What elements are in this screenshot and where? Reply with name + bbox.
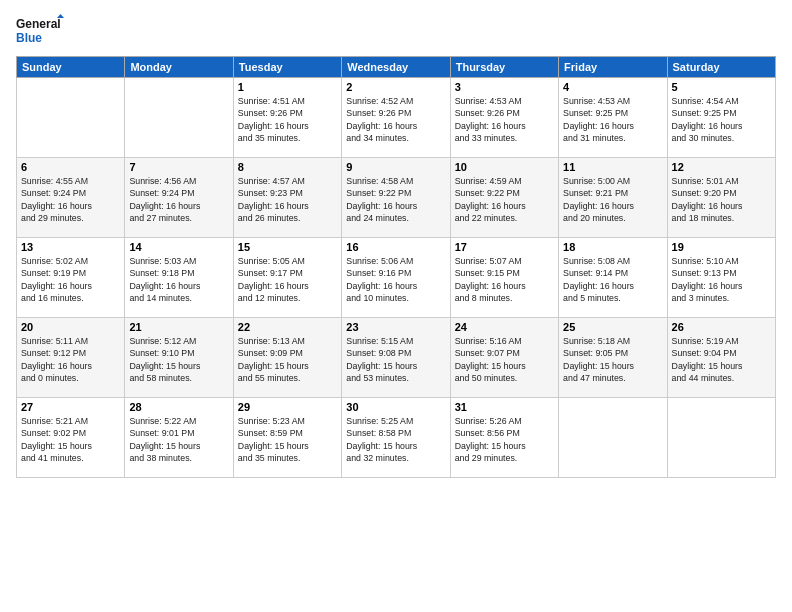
calendar-cell: 17Sunrise: 5:07 AM Sunset: 9:15 PM Dayli… bbox=[450, 238, 558, 318]
day-info: Sunrise: 4:51 AM Sunset: 9:26 PM Dayligh… bbox=[238, 95, 337, 144]
day-info: Sunrise: 4:53 AM Sunset: 9:26 PM Dayligh… bbox=[455, 95, 554, 144]
calendar-cell: 10Sunrise: 4:59 AM Sunset: 9:22 PM Dayli… bbox=[450, 158, 558, 238]
svg-text:Blue: Blue bbox=[16, 31, 42, 45]
calendar-cell: 3Sunrise: 4:53 AM Sunset: 9:26 PM Daylig… bbox=[450, 78, 558, 158]
calendar-cell: 9Sunrise: 4:58 AM Sunset: 9:22 PM Daylig… bbox=[342, 158, 450, 238]
day-number: 17 bbox=[455, 241, 554, 253]
day-number: 19 bbox=[672, 241, 771, 253]
day-number: 22 bbox=[238, 321, 337, 333]
day-info: Sunrise: 5:00 AM Sunset: 9:21 PM Dayligh… bbox=[563, 175, 662, 224]
day-info: Sunrise: 5:05 AM Sunset: 9:17 PM Dayligh… bbox=[238, 255, 337, 304]
calendar-cell: 23Sunrise: 5:15 AM Sunset: 9:08 PM Dayli… bbox=[342, 318, 450, 398]
calendar-weekday: Wednesday bbox=[342, 57, 450, 78]
calendar-weekday: Thursday bbox=[450, 57, 558, 78]
calendar-week-row: 1Sunrise: 4:51 AM Sunset: 9:26 PM Daylig… bbox=[17, 78, 776, 158]
day-number: 10 bbox=[455, 161, 554, 173]
calendar-cell: 18Sunrise: 5:08 AM Sunset: 9:14 PM Dayli… bbox=[559, 238, 667, 318]
day-number: 27 bbox=[21, 401, 120, 413]
day-number: 25 bbox=[563, 321, 662, 333]
day-info: Sunrise: 5:07 AM Sunset: 9:15 PM Dayligh… bbox=[455, 255, 554, 304]
day-number: 1 bbox=[238, 81, 337, 93]
calendar-cell: 15Sunrise: 5:05 AM Sunset: 9:17 PM Dayli… bbox=[233, 238, 341, 318]
day-info: Sunrise: 5:12 AM Sunset: 9:10 PM Dayligh… bbox=[129, 335, 228, 384]
calendar-weekday: Monday bbox=[125, 57, 233, 78]
calendar-cell: 13Sunrise: 5:02 AM Sunset: 9:19 PM Dayli… bbox=[17, 238, 125, 318]
calendar-cell: 31Sunrise: 5:26 AM Sunset: 8:56 PM Dayli… bbox=[450, 398, 558, 478]
calendar-cell: 2Sunrise: 4:52 AM Sunset: 9:26 PM Daylig… bbox=[342, 78, 450, 158]
calendar-cell: 30Sunrise: 5:25 AM Sunset: 8:58 PM Dayli… bbox=[342, 398, 450, 478]
calendar-cell: 27Sunrise: 5:21 AM Sunset: 9:02 PM Dayli… bbox=[17, 398, 125, 478]
day-info: Sunrise: 5:23 AM Sunset: 8:59 PM Dayligh… bbox=[238, 415, 337, 464]
calendar-cell bbox=[17, 78, 125, 158]
day-number: 5 bbox=[672, 81, 771, 93]
day-info: Sunrise: 4:52 AM Sunset: 9:26 PM Dayligh… bbox=[346, 95, 445, 144]
day-info: Sunrise: 5:26 AM Sunset: 8:56 PM Dayligh… bbox=[455, 415, 554, 464]
calendar-cell: 8Sunrise: 4:57 AM Sunset: 9:23 PM Daylig… bbox=[233, 158, 341, 238]
day-info: Sunrise: 5:10 AM Sunset: 9:13 PM Dayligh… bbox=[672, 255, 771, 304]
svg-text:General: General bbox=[16, 17, 61, 31]
header: General Blue bbox=[16, 12, 776, 48]
day-info: Sunrise: 5:06 AM Sunset: 9:16 PM Dayligh… bbox=[346, 255, 445, 304]
day-number: 31 bbox=[455, 401, 554, 413]
calendar-cell: 7Sunrise: 4:56 AM Sunset: 9:24 PM Daylig… bbox=[125, 158, 233, 238]
day-number: 6 bbox=[21, 161, 120, 173]
calendar-cell: 24Sunrise: 5:16 AM Sunset: 9:07 PM Dayli… bbox=[450, 318, 558, 398]
svg-marker-1 bbox=[57, 14, 64, 18]
calendar-cell: 1Sunrise: 4:51 AM Sunset: 9:26 PM Daylig… bbox=[233, 78, 341, 158]
day-info: Sunrise: 4:56 AM Sunset: 9:24 PM Dayligh… bbox=[129, 175, 228, 224]
day-number: 21 bbox=[129, 321, 228, 333]
day-number: 13 bbox=[21, 241, 120, 253]
day-info: Sunrise: 5:22 AM Sunset: 9:01 PM Dayligh… bbox=[129, 415, 228, 464]
day-info: Sunrise: 5:02 AM Sunset: 9:19 PM Dayligh… bbox=[21, 255, 120, 304]
day-info: Sunrise: 5:08 AM Sunset: 9:14 PM Dayligh… bbox=[563, 255, 662, 304]
calendar-cell: 29Sunrise: 5:23 AM Sunset: 8:59 PM Dayli… bbox=[233, 398, 341, 478]
day-number: 16 bbox=[346, 241, 445, 253]
calendar-table: SundayMondayTuesdayWednesdayThursdayFrid… bbox=[16, 56, 776, 478]
calendar-week-row: 20Sunrise: 5:11 AM Sunset: 9:12 PM Dayli… bbox=[17, 318, 776, 398]
logo: General Blue bbox=[16, 12, 66, 48]
calendar-cell: 20Sunrise: 5:11 AM Sunset: 9:12 PM Dayli… bbox=[17, 318, 125, 398]
calendar-cell: 22Sunrise: 5:13 AM Sunset: 9:09 PM Dayli… bbox=[233, 318, 341, 398]
day-number: 24 bbox=[455, 321, 554, 333]
day-info: Sunrise: 5:13 AM Sunset: 9:09 PM Dayligh… bbox=[238, 335, 337, 384]
day-info: Sunrise: 5:03 AM Sunset: 9:18 PM Dayligh… bbox=[129, 255, 228, 304]
calendar-header-row: SundayMondayTuesdayWednesdayThursdayFrid… bbox=[17, 57, 776, 78]
day-number: 12 bbox=[672, 161, 771, 173]
day-info: Sunrise: 4:57 AM Sunset: 9:23 PM Dayligh… bbox=[238, 175, 337, 224]
calendar-weekday: Tuesday bbox=[233, 57, 341, 78]
day-info: Sunrise: 5:21 AM Sunset: 9:02 PM Dayligh… bbox=[21, 415, 120, 464]
calendar-cell: 11Sunrise: 5:00 AM Sunset: 9:21 PM Dayli… bbox=[559, 158, 667, 238]
calendar-cell: 6Sunrise: 4:55 AM Sunset: 9:24 PM Daylig… bbox=[17, 158, 125, 238]
calendar-cell: 19Sunrise: 5:10 AM Sunset: 9:13 PM Dayli… bbox=[667, 238, 775, 318]
calendar-cell bbox=[667, 398, 775, 478]
day-number: 9 bbox=[346, 161, 445, 173]
logo-svg: General Blue bbox=[16, 12, 66, 48]
calendar-cell bbox=[559, 398, 667, 478]
day-info: Sunrise: 4:54 AM Sunset: 9:25 PM Dayligh… bbox=[672, 95, 771, 144]
calendar-weekday: Sunday bbox=[17, 57, 125, 78]
calendar-cell: 4Sunrise: 4:53 AM Sunset: 9:25 PM Daylig… bbox=[559, 78, 667, 158]
day-info: Sunrise: 4:58 AM Sunset: 9:22 PM Dayligh… bbox=[346, 175, 445, 224]
day-number: 23 bbox=[346, 321, 445, 333]
calendar-weekday: Saturday bbox=[667, 57, 775, 78]
day-number: 3 bbox=[455, 81, 554, 93]
calendar-cell bbox=[125, 78, 233, 158]
day-number: 20 bbox=[21, 321, 120, 333]
day-number: 14 bbox=[129, 241, 228, 253]
day-number: 8 bbox=[238, 161, 337, 173]
calendar-weekday: Friday bbox=[559, 57, 667, 78]
day-info: Sunrise: 5:01 AM Sunset: 9:20 PM Dayligh… bbox=[672, 175, 771, 224]
day-info: Sunrise: 5:15 AM Sunset: 9:08 PM Dayligh… bbox=[346, 335, 445, 384]
calendar-cell: 5Sunrise: 4:54 AM Sunset: 9:25 PM Daylig… bbox=[667, 78, 775, 158]
calendar-week-row: 6Sunrise: 4:55 AM Sunset: 9:24 PM Daylig… bbox=[17, 158, 776, 238]
day-number: 7 bbox=[129, 161, 228, 173]
day-info: Sunrise: 5:25 AM Sunset: 8:58 PM Dayligh… bbox=[346, 415, 445, 464]
page: General Blue SundayMondayTuesdayWednesda… bbox=[0, 0, 792, 612]
calendar-cell: 28Sunrise: 5:22 AM Sunset: 9:01 PM Dayli… bbox=[125, 398, 233, 478]
day-number: 26 bbox=[672, 321, 771, 333]
day-number: 2 bbox=[346, 81, 445, 93]
calendar-cell: 26Sunrise: 5:19 AM Sunset: 9:04 PM Dayli… bbox=[667, 318, 775, 398]
day-info: Sunrise: 4:55 AM Sunset: 9:24 PM Dayligh… bbox=[21, 175, 120, 224]
day-info: Sunrise: 5:16 AM Sunset: 9:07 PM Dayligh… bbox=[455, 335, 554, 384]
calendar-week-row: 27Sunrise: 5:21 AM Sunset: 9:02 PM Dayli… bbox=[17, 398, 776, 478]
